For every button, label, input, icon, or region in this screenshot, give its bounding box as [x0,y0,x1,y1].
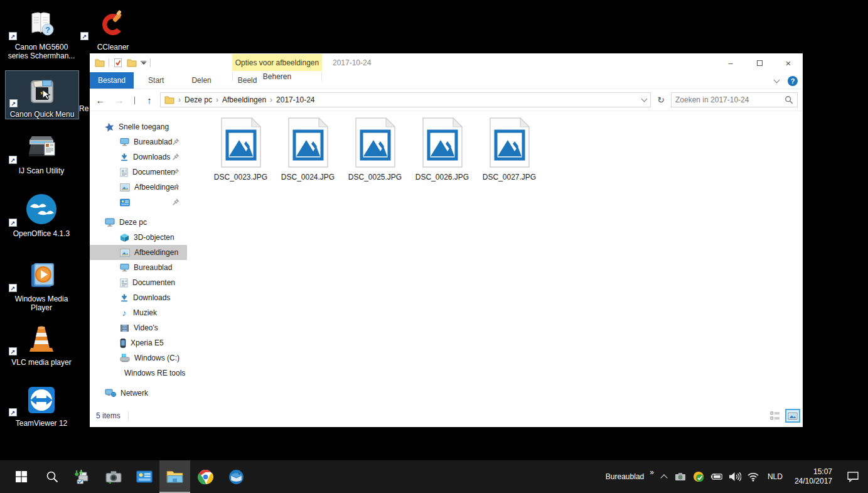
thumbnails-view-icon [788,412,798,420]
file-item[interactable]: DSC_0024.JPG [274,117,341,181]
desktop-icon-ccleaner[interactable]: ↗ CCleaner [77,4,149,51]
tray-volume-icon[interactable] [729,470,741,483]
desktop-icon-canon-manual[interactable]: ? ↗ Canon MG5600 series Schermhan... [5,4,78,60]
language-indicator[interactable]: NLD [765,472,785,481]
taskbar-image-app-button[interactable] [129,460,159,493]
tray-wifi-icon[interactable] [747,470,759,483]
sidebar-item-afbeeldingen[interactable]: Afbeeldingen [90,245,187,260]
explorer-window: Opties voor afbeeldingen 2017-10-24 – × … [90,53,803,427]
file-list-area[interactable]: DSC_0023.JPG DSC_0024.JPG DSC_0025.JPG D… [187,111,803,408]
start-button[interactable] [6,460,36,493]
help-icon[interactable]: ? [788,76,798,86]
desktop-toolbar-label[interactable]: Bureaublad [606,472,644,481]
sidebar-item-muziek[interactable]: ♪ Muziek [90,305,187,320]
openoffice-icon [25,193,58,225]
clock-date: 24/10/2017 [795,477,832,486]
thumbnails-view-button[interactable] [785,409,800,423]
up-button[interactable]: ↑ [141,95,158,106]
customize-qat-icon[interactable] [141,61,146,65]
sidebar-item-videos[interactable]: Video's [90,320,187,335]
refresh-icon[interactable]: ↻ [653,95,668,105]
search-box[interactable] [671,92,798,107]
maximize-button[interactable] [745,53,774,72]
image-file-icon [287,117,329,168]
sidebar-item-3d-objects[interactable]: 3D-objecten [90,230,187,245]
sidebar-item-downloads-qa[interactable]: Downloads [90,149,187,165]
wmp-icon [26,261,56,291]
properties-icon[interactable] [113,58,123,68]
desktop-icon-wmp[interactable]: ↗ Windows Media Player [5,256,78,312]
taskbar-clock[interactable]: 15:07 24/10/2017 [791,467,836,486]
sidebar-item-pinned-folder[interactable] [90,195,187,210]
breadcrumb-pictures[interactable]: Afbeeldingen [222,95,266,104]
tab-share[interactable]: Delen [182,72,220,89]
quick-access-toolbar [90,58,151,68]
desktop-icon-vlc[interactable]: ↗ VLC media player [5,319,78,367]
shortcut-arrow-icon: ↗ [9,32,17,40]
sidebar-item-windows-re[interactable]: Windows RE tools (l [90,366,187,381]
sidebar-item-documenten-qa[interactable]: Documenten [90,165,187,180]
file-item[interactable]: DSC_0027.JPG [476,117,543,181]
search-input[interactable] [675,95,782,104]
taskbar-file-explorer-button[interactable] [159,460,190,493]
address-bar[interactable]: › Deze pc › Afbeeldingen › 2017-10-24 [160,92,651,107]
file-item[interactable]: DSC_0026.JPG [409,117,476,181]
show-hidden-icons-icon[interactable] [660,474,667,481]
music-icon: ♪ [120,308,129,318]
desktop-icon-canon-quick-menu[interactable]: ↗ Canon Quick Menu [6,71,78,119]
toolbar-overflow-icon[interactable]: » [650,468,654,477]
sidebar-item-windows-c[interactable]: Windows (C:) [90,350,187,366]
window-system-icon [95,58,105,67]
back-button[interactable]: ← [92,95,109,106]
sidebar-item-bureaublad[interactable]: Bureaublad [90,260,187,275]
desktop-icon-ij-scan-utility[interactable]: ↗ IJ Scan Utility [5,127,78,175]
videos-icon [120,324,129,332]
taskbar-search-button[interactable] [36,460,67,493]
forward-button[interactable]: → [111,95,127,106]
file-item[interactable]: DSC_0025.JPG [341,117,409,181]
tray-battery-icon[interactable] [710,470,723,483]
tray-norton-icon[interactable] [692,470,705,483]
desktop-icon [120,138,129,146]
tab-home[interactable]: Start [139,72,173,89]
expand-ribbon-icon[interactable] [774,77,780,83]
taskbar-thunderbird-button[interactable] [221,460,252,493]
tab-manage[interactable]: Beheren [232,72,322,81]
this-pc-icon [105,218,115,227]
desktop-icon-label: TeamViewer 12 [16,419,68,428]
camera-icon [105,470,122,484]
pin-icon [172,168,179,176]
close-button[interactable]: × [774,53,803,72]
sidebar-quick-access[interactable]: Snelle toegang [90,119,187,134]
breadcrumb-current-folder[interactable]: 2017-10-24 [276,95,314,104]
tab-file[interactable]: Bestand [90,72,134,89]
sidebar-item-documenten[interactable]: Documenten [90,275,187,290]
taskbar-chrome-button[interactable] [190,460,221,493]
taskbar-camera-app-button[interactable] [98,460,129,493]
address-dropdown-icon[interactable] [641,96,648,102]
new-folder-icon[interactable] [127,58,137,67]
recent-locations-icon[interactable] [130,97,139,104]
details-view-button[interactable] [768,409,783,423]
window-title: 2017-10-24 [333,53,371,72]
file-item[interactable]: DSC_0023.JPG [207,117,274,181]
file-name: DSC_0023.JPG [207,173,274,181]
shortcut-arrow-icon: ↗ [9,99,18,107]
action-center-icon[interactable] [847,470,859,483]
sidebar-item-afbeeldingen-qa[interactable]: Afbeeldingen [90,180,187,195]
sidebar-item-xperia[interactable]: Xperia E5 [90,335,187,350]
breadcrumb-this-pc[interactable]: Deze pc [185,95,212,104]
desktop-icon-teamviewer[interactable]: ↗ TeamViewer 12 [5,380,78,428]
sidebar-this-pc[interactable]: Deze pc [90,215,187,230]
sidebar-network[interactable]: Netwerk [90,386,187,401]
desktop-icon-openoffice[interactable]: ↗ OpenOffice 4.1.3 [5,190,78,238]
documents-icon [120,168,128,177]
tray-camera-icon[interactable] [674,470,687,483]
sidebar-item-bureaublad-qa[interactable]: Bureaublad [90,134,187,149]
taskbar-transfer-app-button[interactable] [67,460,98,493]
minimize-button[interactable]: – [716,53,745,72]
sidebar-item-downloads[interactable]: Downloads [90,290,187,305]
file-name: DSC_0025.JPG [341,173,409,181]
image-file-icon [355,117,396,168]
title-bar: Opties voor afbeeldingen 2017-10-24 – × [90,53,803,72]
